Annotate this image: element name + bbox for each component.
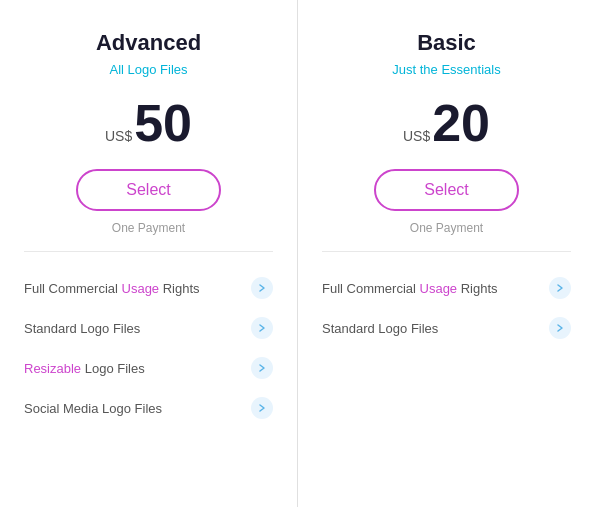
basic-features-divider xyxy=(322,251,571,252)
feature-label: Resizable Logo Files xyxy=(24,361,145,376)
list-item: Full Commercial Usage Rights xyxy=(322,268,571,308)
advanced-payment-label: One Payment xyxy=(112,221,185,235)
advanced-features-divider xyxy=(24,251,273,252)
basic-select-button[interactable]: Select xyxy=(374,169,519,211)
feature-label: Full Commercial Usage Rights xyxy=(322,281,498,296)
feature-label: Social Media Logo Files xyxy=(24,401,162,416)
chevron-icon[interactable] xyxy=(251,397,273,419)
feature-label: Standard Logo Files xyxy=(322,321,438,336)
feature-label: Standard Logo Files xyxy=(24,321,140,336)
basic-price: 20 xyxy=(432,97,490,149)
basic-currency: US$ xyxy=(403,128,430,144)
list-item: Standard Logo Files xyxy=(24,308,273,348)
basic-subtitle: Just the Essentials xyxy=(392,62,500,77)
list-item: Full Commercial Usage Rights xyxy=(24,268,273,308)
chevron-icon[interactable] xyxy=(549,277,571,299)
advanced-currency: US$ xyxy=(105,128,132,144)
feature-label: Full Commercial Usage Rights xyxy=(24,281,200,296)
advanced-select-button[interactable]: Select xyxy=(76,169,221,211)
chevron-icon[interactable] xyxy=(549,317,571,339)
basic-price-area: US$ 20 xyxy=(403,97,490,149)
advanced-subtitle: All Logo Files xyxy=(109,62,187,77)
basic-payment-label: One Payment xyxy=(410,221,483,235)
advanced-price-area: US$ 50 xyxy=(105,97,192,149)
chevron-icon[interactable] xyxy=(251,357,273,379)
list-item: Resizable Logo Files xyxy=(24,348,273,388)
advanced-features-list: Full Commercial Usage Rights Standard Lo… xyxy=(24,268,273,428)
advanced-title: Advanced xyxy=(96,30,201,56)
list-item: Social Media Logo Files xyxy=(24,388,273,428)
pricing-container: Advanced All Logo Files US$ 50 Select On… xyxy=(0,0,595,507)
list-item: Standard Logo Files xyxy=(322,308,571,348)
basic-title: Basic xyxy=(417,30,476,56)
advanced-price: 50 xyxy=(134,97,192,149)
plan-basic: Basic Just the Essentials US$ 20 Select … xyxy=(298,0,595,507)
chevron-icon[interactable] xyxy=(251,317,273,339)
chevron-icon[interactable] xyxy=(251,277,273,299)
basic-features-list: Full Commercial Usage Rights Standard Lo… xyxy=(322,268,571,348)
plan-advanced: Advanced All Logo Files US$ 50 Select On… xyxy=(0,0,297,507)
